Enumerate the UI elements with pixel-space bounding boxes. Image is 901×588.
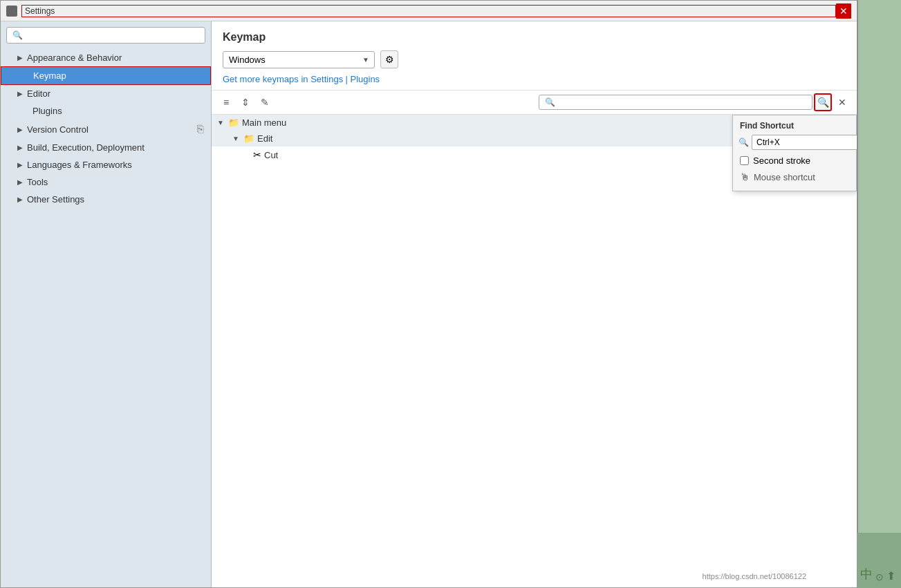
copy-icon: ⎘ [197, 123, 204, 135]
sidebar-item-label: Keymap [33, 70, 66, 81]
expand-arrow-icon: ▼ [217, 119, 225, 126]
mouse-icon: 🖱 [740, 171, 750, 182]
sidebar-item-build[interactable]: ▶ Build, Execution, Deployment [1, 139, 211, 156]
status-bar-url: https://blog.csdn.net/10086122 [212, 572, 813, 580]
popup-search-input[interactable] [752, 135, 857, 150]
edit-shortcut-button[interactable]: ✎ [256, 93, 274, 111]
sidebar-item-label: Build, Execution, Deployment [27, 142, 145, 153]
folder-icon: 📁 [243, 133, 254, 144]
up-icon: ⬆ [886, 569, 895, 582]
sidebar-item-plugins[interactable]: Plugins [1, 102, 211, 120]
keymap-links: Get more keymaps in Settings | Plugins [223, 74, 846, 84]
second-stroke-row: Second stroke [733, 154, 856, 169]
cut-icon: ✂ [253, 149, 261, 160]
sidebar-item-label: Other Settings [27, 194, 84, 205]
arrow-icon: ▶ [17, 90, 23, 97]
search-icon: 🔍 [739, 137, 749, 147]
sidebar-item-label: Version Control [27, 124, 89, 135]
get-more-prefix: Get more keymaps in [223, 74, 310, 84]
title-bar: Settings ✕ [1, 1, 857, 21]
arrow-icon: ▶ [17, 161, 23, 169]
page-title: Keymap [223, 31, 846, 44]
dot-icon: ⊙ [875, 571, 884, 582]
sidebar-item-tools[interactable]: ▶ Tools [1, 173, 211, 191]
sidebar-item-other-settings[interactable]: ▶ Other Settings [1, 191, 211, 208]
sidebar-search-input[interactable] [6, 27, 205, 44]
close-button[interactable]: ✕ [836, 3, 851, 19]
cut-label: Cut [264, 150, 278, 160]
zh-icon: 中 [860, 566, 873, 582]
sidebar-item-label: Plugins [32, 106, 62, 116]
right-edge-decoration: 中 ⊙ ⬆ [857, 0, 901, 588]
arrow-icon: ▶ [17, 178, 23, 186]
close-search-button[interactable]: ✕ [833, 93, 851, 111]
content-area: ▶ Appearance & Behavior Keymap ▶ Editor … [1, 21, 857, 587]
sidebar-item-languages[interactable]: ▶ Languages & Frameworks [1, 156, 211, 173]
mouse-shortcut-label: Mouse shortcut [754, 172, 815, 182]
sidebar-item-label: Appearance & Behavior [27, 53, 122, 63]
second-stroke-label: Second stroke [753, 155, 810, 166]
settings-link[interactable]: Settings [310, 74, 343, 84]
gear-button[interactable]: ⚙ [380, 50, 398, 68]
arrow-icon: ▶ [17, 144, 23, 151]
keymap-select[interactable]: Windows [223, 51, 375, 68]
collapse-all-button[interactable]: ⇕ [236, 93, 254, 111]
folder-icon: 📁 [228, 117, 239, 128]
right-edge-bottom: 中 ⊙ ⬆ [857, 533, 901, 588]
keymap-select-wrapper: Windows [223, 51, 375, 68]
main-header: Keymap Windows ⚙ Get more keymaps in Set… [212, 21, 857, 91]
find-shortcut-button[interactable]: 🔍 [814, 93, 832, 111]
toolbar-search-input[interactable] [539, 95, 813, 110]
app-icon [6, 6, 17, 17]
mouse-shortcut-row: 🖱 Mouse shortcut [733, 169, 856, 185]
find-shortcut-popup: Find Shortcut 🔍 ✕ Second stroke 🖱 Mouse … [732, 115, 857, 191]
sidebar-item-appearance[interactable]: ▶ Appearance & Behavior [1, 49, 211, 66]
window-title: Settings [21, 5, 836, 17]
expand-all-button[interactable]: ≡ [217, 93, 235, 111]
popup-search-row: 🔍 ✕ [733, 135, 856, 154]
main-menu-label: Main menu [242, 117, 286, 128]
settings-window: Settings ✕ ▶ Appearance & Behavior Keyma… [0, 0, 857, 588]
keymap-toolbar: ≡ ⇕ ✎ 🔍 ✕ [212, 91, 857, 115]
sidebar-item-label: Editor [27, 88, 50, 99]
expand-arrow-icon: ▼ [232, 135, 241, 142]
keymap-tree: ▼ 📁 Main menu ▼ 📁 Edit ✂ Cut Ctrl+X S [212, 115, 857, 587]
plugins-link[interactable]: Plugins [350, 74, 380, 84]
sidebar-item-editor[interactable]: ▶ Editor [1, 85, 211, 102]
arrow-icon: ▶ [17, 54, 23, 61]
main-content: Keymap Windows ⚙ Get more keymaps in Set… [212, 21, 857, 587]
sidebar-item-label: Languages & Frameworks [27, 160, 132, 170]
arrow-icon: ▶ [17, 126, 23, 133]
second-stroke-checkbox[interactable] [740, 156, 749, 165]
arrow-icon: ▶ [17, 196, 23, 203]
keymap-row: Windows ⚙ [223, 50, 846, 68]
sidebar: ▶ Appearance & Behavior Keymap ▶ Editor … [1, 21, 212, 587]
sidebar-item-version-control[interactable]: ▶ Version Control ⎘ [1, 120, 211, 139]
sidebar-item-label: Tools [27, 177, 48, 187]
sidebar-item-keymap[interactable]: Keymap [1, 66, 211, 85]
edit-label: Edit [257, 133, 272, 144]
popup-title: Find Shortcut [733, 115, 856, 135]
